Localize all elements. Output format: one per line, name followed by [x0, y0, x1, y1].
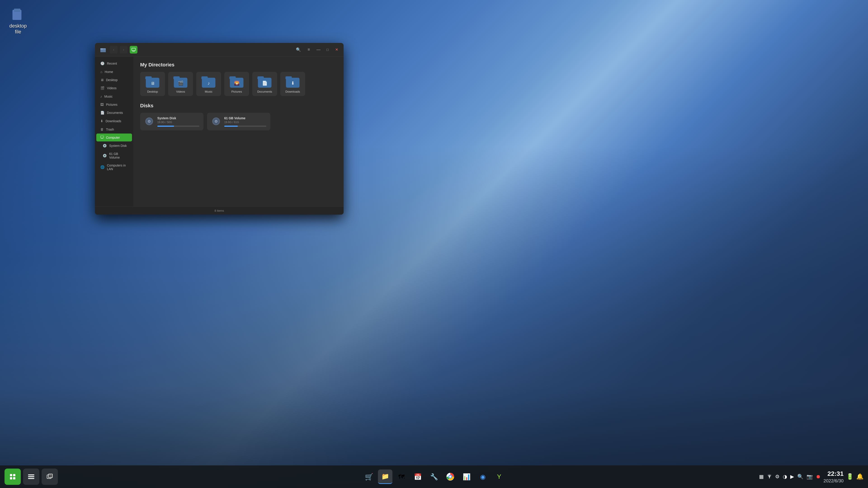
minimize-button[interactable]: —: [315, 46, 322, 53]
dir-label-documents: Documents: [257, 90, 272, 93]
taskbar-display-icon[interactable]: ◑: [783, 474, 787, 480]
svg-rect-24: [28, 475, 34, 475]
disk-bar-61gb: [224, 126, 266, 127]
menu-button[interactable]: ≡: [305, 46, 313, 54]
dir-label-desktop: Desktop: [147, 90, 158, 93]
sidebar-item-computer[interactable]: Computer: [96, 133, 132, 141]
apps-button[interactable]: [4, 468, 21, 485]
time-display: 22:31: [824, 470, 844, 478]
taskbar-record-icon[interactable]: ⏺: [816, 474, 821, 480]
sidebar-label-system-disk: System Disk: [109, 144, 127, 148]
sidebar-item-61gb[interactable]: 💿 61 GB Volume: [96, 150, 132, 161]
forward-button[interactable]: ›: [120, 46, 127, 54]
dir-item-desktop[interactable]: 🖥 Desktop: [140, 72, 165, 96]
sidebar-item-lan[interactable]: 🌐 Computers in LAN: [96, 162, 132, 173]
windows-button[interactable]: [41, 468, 58, 485]
svg-rect-22: [10, 477, 12, 480]
videos-icon: 🎬: [100, 86, 105, 90]
disk-name-system: System Disk: [157, 116, 199, 120]
sidebar-item-system-disk[interactable]: 💿 System Disk: [96, 142, 132, 150]
svg-rect-20: [10, 474, 12, 476]
sidebar-item-home[interactable]: ⌂ Home: [96, 68, 132, 76]
disk-fill-system: [157, 126, 174, 127]
svg-rect-6: [132, 48, 135, 51]
taskbar-monitor[interactable]: 📊: [459, 469, 474, 484]
disk-size-61gb: 19.6G / 61G: [224, 121, 266, 124]
taskbar-app1[interactable]: Y: [492, 469, 506, 484]
disk-icon-61gb: [211, 116, 221, 126]
taskbar-left: [4, 468, 58, 485]
dir-item-videos[interactable]: 🎬 Videos: [168, 72, 193, 96]
disk-fill-61gb: [224, 126, 238, 127]
dir-item-documents[interactable]: 📄 Documents: [252, 72, 277, 96]
dir-icon-pictures: 🌄: [229, 75, 244, 88]
taskbar-battery-icon[interactable]: 🔋: [846, 473, 854, 480]
dir-item-music[interactable]: ♪ Music: [196, 72, 221, 96]
desktop-file-icon[interactable]: desktop file: [7, 7, 29, 35]
dir-item-pictures[interactable]: 🌄 Pictures: [224, 72, 249, 96]
disk-name-61gb: 61 GB Volume: [224, 116, 266, 120]
sidebar-item-documents[interactable]: 📄 Documents: [96, 109, 132, 117]
dir-icon-videos: 🎬: [174, 75, 188, 88]
dir-label-downloads: Downloads: [285, 90, 300, 93]
date-display: 2022/6/30: [824, 478, 844, 484]
sidebar-item-desktop[interactable]: 🖥 Desktop: [96, 76, 132, 84]
taskbar-search-icon[interactable]: 🔍: [797, 474, 803, 480]
svg-rect-28: [49, 474, 53, 478]
sidebar-item-videos[interactable]: 🎬 Videos: [96, 84, 132, 92]
desktop-file-label: desktop file: [7, 23, 29, 35]
disks-title: Disks: [140, 103, 337, 109]
taskbar-chrome[interactable]: [443, 469, 458, 484]
sidebar: 🕐 Recent ⌂ Home 🖥 Desktop 🎬 Videos ♪ Mus…: [95, 57, 133, 206]
taskbar-calendar[interactable]: 📅: [410, 469, 425, 484]
trash-icon: 🗑: [100, 127, 104, 131]
search-button[interactable]: 🔍: [294, 46, 303, 54]
lan-icon: 🌐: [100, 165, 105, 169]
taskbar-store[interactable]: 🛒: [362, 469, 376, 484]
taskbar-center: 🛒 📁 🗺 📅 🔧 📊 ◉ Y: [362, 469, 506, 484]
downloads-icon: ⬇: [100, 119, 103, 123]
sidebar-label-home: Home: [105, 70, 113, 74]
taskbar-tools[interactable]: 🔧: [427, 469, 441, 484]
sidebar-item-trash[interactable]: 🗑 Trash: [96, 125, 132, 133]
taskbar-wifi-icon[interactable]: [767, 474, 772, 480]
taskbar-screenshot-icon[interactable]: 📷: [807, 474, 813, 480]
documents-icon: 📄: [100, 111, 105, 115]
svg-rect-26: [28, 478, 34, 479]
dir-item-downloads[interactable]: ⬇ Downloads: [280, 72, 305, 96]
dir-icon-desktop: 🖥: [145, 75, 160, 88]
svg-point-31: [449, 476, 452, 478]
dir-label-pictures: Pictures: [231, 90, 242, 93]
desktop-icon-sidebar: 🖥: [100, 78, 104, 82]
home-icon: ⌂: [100, 70, 102, 74]
svg-rect-25: [28, 476, 34, 477]
taskbar-notification-icon[interactable]: 🔔: [856, 473, 864, 480]
fm-app-icon: [98, 45, 107, 54]
dir-icon-downloads: ⬇: [285, 75, 300, 88]
maximize-button[interactable]: □: [324, 46, 331, 53]
disk-item-61gb[interactable]: 61 GB Volume 19.6G / 61G: [207, 113, 270, 130]
taskbar-media-icon[interactable]: ▶: [790, 474, 794, 480]
sidebar-item-downloads[interactable]: ⬇ Downloads: [96, 117, 132, 125]
directories-title: My Directories: [140, 62, 337, 68]
disk-item-system[interactable]: System Disk 19.9G / 50G: [140, 113, 204, 130]
sidebar-item-recent[interactable]: 🕐 Recent: [96, 59, 132, 68]
sidebar-label-documents: Documents: [107, 111, 123, 115]
computer-nav-button[interactable]: [130, 46, 137, 54]
taskbar-settings-icon[interactable]: ⚙: [775, 474, 780, 480]
taskbar: 🛒 📁 🗺 📅 🔧 📊 ◉ Y ▦: [0, 465, 868, 488]
recent-icon: 🕐: [100, 61, 105, 66]
taskbar-maps[interactable]: 🗺: [394, 469, 409, 484]
back-button[interactable]: ‹: [110, 46, 118, 54]
close-button[interactable]: ✕: [333, 46, 340, 53]
status-text: 8 items: [215, 209, 224, 213]
taskbar-browser2[interactable]: ◉: [475, 469, 490, 484]
disk-info-61gb: 61 GB Volume 19.6G / 61G: [224, 116, 266, 127]
taskbar-taskmanager-icon[interactable]: ▦: [759, 474, 764, 480]
pictures-icon: 🖼: [100, 103, 104, 106]
sidebar-item-music[interactable]: ♪ Music: [96, 92, 132, 100]
sidebar-label-computer: Computer: [106, 136, 120, 139]
sidebar-item-pictures[interactable]: 🖼 Pictures: [96, 101, 132, 108]
taskbar-files[interactable]: 📁: [378, 469, 393, 484]
grid-button[interactable]: [23, 468, 39, 485]
